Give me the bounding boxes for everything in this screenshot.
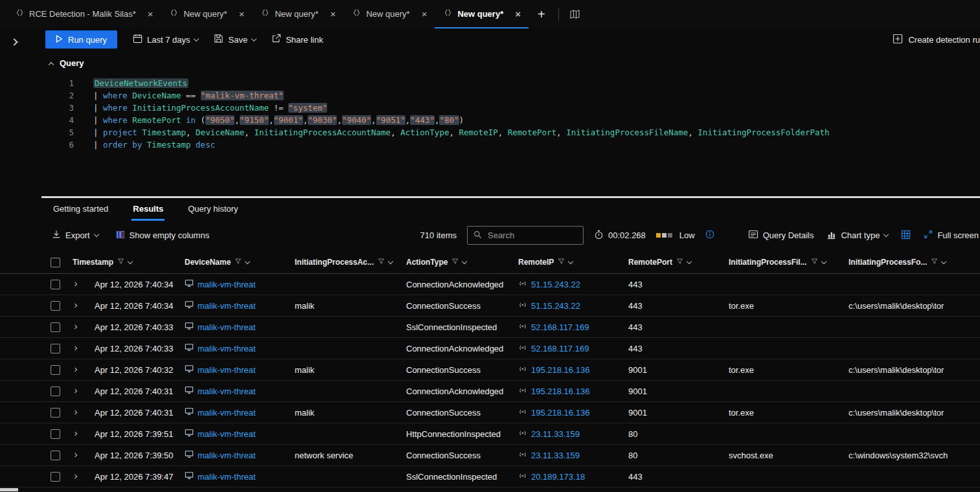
table-row[interactable]: Apr 12, 2026 7:39:47 malik-vm-threat Ssl…	[0, 466, 980, 487]
table-row[interactable]: Apr 12, 2026 7:39:51 malik-vm-threat Htt…	[0, 423, 980, 445]
filter-icon[interactable]	[811, 258, 818, 267]
chevron-down-icon[interactable]	[245, 258, 250, 263]
save-dropdown[interactable]: Save	[214, 34, 256, 45]
filter-icon[interactable]	[117, 258, 124, 267]
chevron-down-icon[interactable]	[687, 258, 692, 263]
full-screen-button[interactable]: Full screen	[924, 230, 979, 241]
column-header[interactable]: InitiatingProcessFil...	[729, 258, 849, 267]
filter-icon[interactable]	[558, 258, 565, 267]
close-icon[interactable]: ×	[422, 9, 427, 19]
table-row[interactable]: Apr 12, 2026 7:39:50 malik-vm-threat net…	[0, 445, 980, 466]
device-link[interactable]: malik-vm-threat	[198, 451, 256, 460]
expand-row-icon[interactable]	[73, 475, 77, 478]
query-tab[interactable]: RCE Detection - Malik Silas* ×	[6, 0, 161, 28]
column-header[interactable]: DeviceName	[185, 258, 295, 267]
row-checkbox[interactable]	[51, 280, 60, 289]
search-input[interactable]	[486, 230, 564, 241]
remote-ip-link[interactable]: 20.189.173.18	[531, 472, 585, 482]
add-tab-button[interactable]: +	[529, 0, 554, 28]
remote-ip-link[interactable]: 51.15.243.22	[531, 301, 580, 311]
row-checkbox[interactable]	[51, 451, 60, 460]
filter-icon[interactable]	[931, 258, 938, 267]
row-checkbox[interactable]	[51, 344, 60, 353]
expand-row-icon[interactable]	[73, 410, 77, 414]
row-checkbox[interactable]	[51, 472, 60, 482]
table-row[interactable]: Apr 12, 2026 7:40:31 malik-vm-threat mal…	[0, 402, 980, 423]
results-tab[interactable]: Query history	[187, 198, 239, 221]
kql-code-editor[interactable]: 1 DeviceNetworkEvents 2 | where DeviceNa…	[49, 77, 980, 151]
column-header[interactable]: RemoteIP	[518, 258, 628, 267]
schema-map-icon[interactable]	[563, 0, 587, 28]
query-tab[interactable]: New query* ×	[161, 0, 252, 28]
run-query-button[interactable]: Run query	[45, 30, 117, 49]
remote-ip-link[interactable]: 195.218.16.136	[531, 365, 589, 375]
device-link[interactable]: malik-vm-threat	[198, 472, 256, 482]
expand-row-icon[interactable]	[73, 346, 77, 350]
device-link[interactable]: malik-vm-threat	[198, 365, 256, 375]
table-row[interactable]: Apr 12, 2026 7:40:32 malik-vm-threat mal…	[0, 359, 980, 381]
export-button[interactable]: Export	[52, 230, 98, 241]
device-link[interactable]: malik-vm-threat	[198, 429, 256, 439]
search-box[interactable]	[467, 226, 584, 245]
close-icon[interactable]: ×	[239, 9, 245, 19]
row-checkbox[interactable]	[51, 386, 60, 396]
column-header[interactable]: InitiatingProcessFo...	[849, 258, 980, 267]
expand-row-icon[interactable]	[73, 368, 77, 372]
info-icon[interactable]	[705, 230, 714, 241]
filter-icon[interactable]	[234, 258, 242, 267]
time-range-dropdown[interactable]: Last 7 days	[133, 34, 199, 45]
row-checkbox[interactable]	[51, 301, 60, 311]
device-link[interactable]: malik-vm-threat	[198, 301, 256, 311]
remote-ip-link[interactable]: 52.168.117.169	[531, 322, 589, 332]
column-header[interactable]: Timestamp	[73, 258, 185, 267]
select-all-checkbox[interactable]	[51, 258, 60, 267]
table-row[interactable]: Apr 12, 2026 7:40:34 malik-vm-threat mal…	[0, 295, 980, 317]
expand-pane-chevron-icon[interactable]	[12, 36, 17, 47]
chevron-down-icon[interactable]	[388, 258, 393, 263]
device-link[interactable]: malik-vm-threat	[198, 322, 256, 332]
results-tab[interactable]: Getting started	[52, 198, 109, 221]
query-section-toggle[interactable]: Query	[49, 58, 980, 68]
close-icon[interactable]: ×	[330, 9, 336, 19]
filter-icon[interactable]	[378, 258, 385, 267]
remote-ip-link[interactable]: 23.11.33.159	[531, 429, 580, 439]
table-row[interactable]: Apr 12, 2026 7:40:31 malik-vm-threat Con…	[0, 381, 980, 402]
row-checkbox[interactable]	[51, 365, 60, 375]
device-link[interactable]: malik-vm-threat	[198, 408, 256, 418]
row-checkbox[interactable]	[51, 429, 60, 439]
chevron-down-icon[interactable]	[568, 258, 573, 263]
share-link-button[interactable]: Share link	[271, 34, 323, 45]
row-checkbox[interactable]	[51, 408, 60, 418]
query-tab[interactable]: New query* ×	[435, 0, 529, 28]
remote-ip-link[interactable]: 52.168.117.169	[531, 344, 589, 353]
expand-row-icon[interactable]	[73, 304, 77, 308]
results-tab[interactable]: Results	[131, 198, 165, 221]
create-detection-button[interactable]: Create detection ru	[893, 34, 980, 46]
expand-row-icon[interactable]	[73, 282, 77, 286]
expand-row-icon[interactable]	[73, 453, 77, 457]
expand-row-icon[interactable]	[73, 389, 77, 393]
row-checkbox[interactable]	[51, 322, 60, 332]
chevron-down-icon[interactable]	[821, 258, 826, 263]
column-header[interactable]: RemotePort	[628, 258, 729, 267]
table-row[interactable]: Apr 12, 2026 7:40:34 malik-vm-threat Con…	[0, 274, 980, 295]
query-tab[interactable]: New query* ×	[252, 0, 343, 28]
chevron-down-icon[interactable]	[941, 258, 946, 263]
filter-icon[interactable]	[451, 258, 459, 267]
device-link[interactable]: malik-vm-threat	[198, 386, 256, 396]
remote-ip-link[interactable]: 195.218.16.136	[531, 408, 589, 418]
column-header[interactable]: InitiatingProcessAc...	[295, 258, 406, 267]
close-icon[interactable]: ×	[148, 9, 154, 19]
filter-icon[interactable]	[676, 258, 683, 267]
query-tab[interactable]: New query* ×	[343, 0, 435, 28]
column-header[interactable]: ActionType	[406, 258, 518, 267]
remote-ip-link[interactable]: 195.218.16.136	[531, 386, 589, 396]
table-row[interactable]: Apr 12, 2026 7:40:33 malik-vm-threat Con…	[0, 338, 980, 359]
chevron-down-icon[interactable]	[462, 258, 467, 263]
device-link[interactable]: malik-vm-threat	[198, 280, 256, 289]
remote-ip-link[interactable]: 23.11.33.159	[531, 451, 580, 460]
grid-view-icon[interactable]	[901, 230, 911, 241]
query-details-button[interactable]: Query Details	[748, 229, 814, 241]
device-link[interactable]: malik-vm-threat	[198, 344, 256, 353]
expand-row-icon[interactable]	[73, 432, 77, 436]
